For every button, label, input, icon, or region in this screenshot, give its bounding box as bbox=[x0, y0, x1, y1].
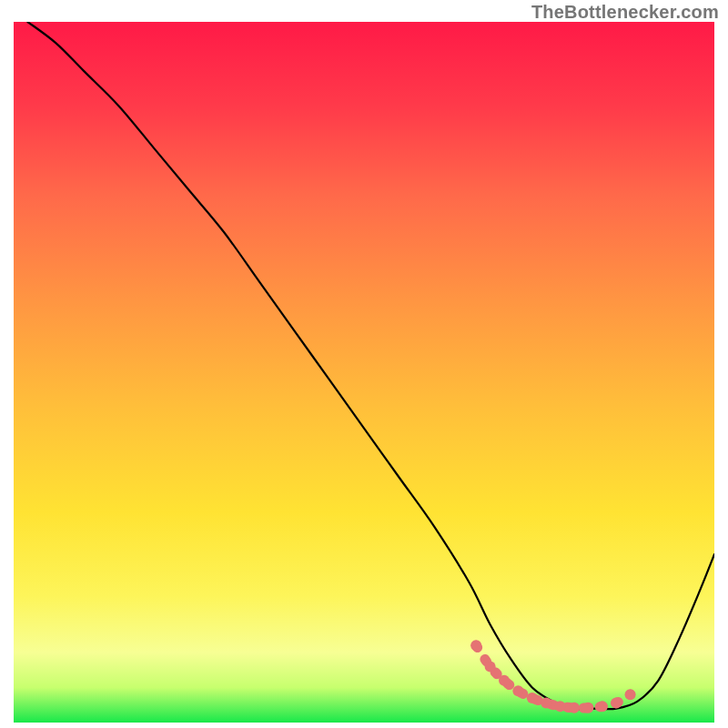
highlight-dot bbox=[541, 697, 551, 708]
chart-container bbox=[14, 22, 714, 723]
highlight-dot bbox=[611, 697, 622, 708]
highlight-dot bbox=[499, 675, 510, 686]
highlight-dot bbox=[555, 701, 566, 712]
highlight-dot bbox=[569, 703, 580, 713]
highlight-dot bbox=[582, 703, 593, 713]
highlight-dot bbox=[512, 685, 523, 696]
gradient-background bbox=[14, 22, 714, 723]
bottleneck-chart bbox=[14, 22, 714, 723]
highlight-dot bbox=[470, 640, 481, 651]
highlight-dot bbox=[485, 661, 496, 672]
highlight-dot bbox=[625, 689, 636, 700]
highlight-dot bbox=[527, 693, 538, 703]
highlight-dot bbox=[597, 701, 608, 712]
watermark-text: TheBottlenecker.com bbox=[531, 2, 719, 23]
